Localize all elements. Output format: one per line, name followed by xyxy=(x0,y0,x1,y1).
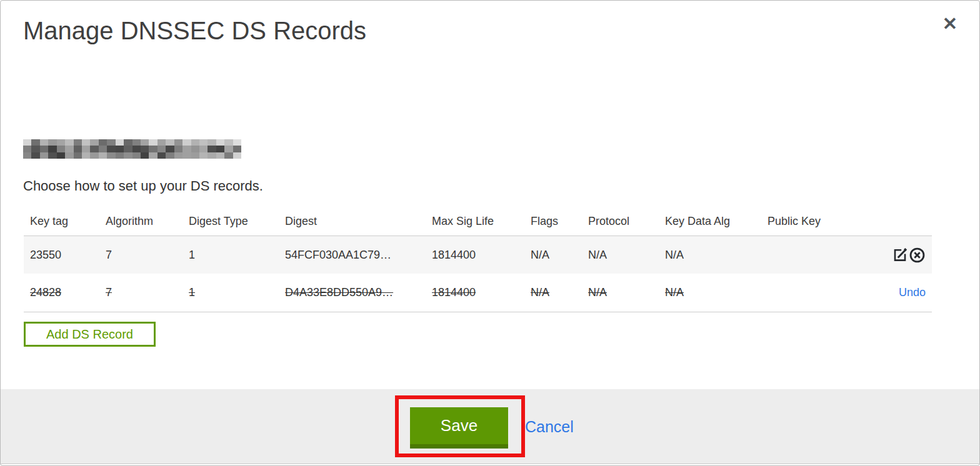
cell-digest-type: 1 xyxy=(182,286,279,299)
cell-max-sig-life: 1814400 xyxy=(426,249,524,262)
undo-link[interactable]: Undo xyxy=(899,286,926,299)
cancel-link[interactable]: Cancel xyxy=(525,418,574,436)
cell-flags: N/A xyxy=(524,286,582,299)
dnssec-modal: Manage DNSSEC DS Records ✕ Choose how to… xyxy=(0,0,980,466)
ds-records-table: Key tag Algorithm Digest Type Digest Max… xyxy=(24,207,932,312)
save-button[interactable]: Save xyxy=(410,407,508,449)
cell-key-tag: 23550 xyxy=(24,249,99,262)
close-icon[interactable]: ✕ xyxy=(939,12,961,36)
domain-name-redacted xyxy=(23,139,241,159)
table-row: 23550 7 1 54FCF030AA1C79… 1814400 N/A N/… xyxy=(24,236,932,274)
cell-key-data-alg: N/A xyxy=(659,249,761,262)
instruction-text: Choose how to set up your DS records. xyxy=(23,178,263,194)
cell-key-data-alg: N/A xyxy=(659,286,761,299)
remove-circle-icon[interactable] xyxy=(909,247,926,264)
column-header-protocol: Protocol xyxy=(582,215,659,228)
column-header-flags: Flags xyxy=(524,215,582,228)
cell-key-tag: 24828 xyxy=(24,286,99,299)
row-actions xyxy=(886,247,932,264)
row-actions: Undo xyxy=(886,286,932,299)
cell-digest: D4A33E8DD550A9… xyxy=(279,286,426,299)
table-row-deleted: 24828 7 1 D4A33E8DD550A9… 1814400 N/A N/… xyxy=(24,274,932,312)
edit-icon[interactable] xyxy=(892,247,908,264)
cell-flags: N/A xyxy=(524,249,582,262)
column-header-digest: Digest xyxy=(279,215,426,228)
column-header-digest-type: Digest Type xyxy=(182,215,279,228)
table-header-row: Key tag Algorithm Digest Type Digest Max… xyxy=(24,207,932,236)
cell-algorithm: 7 xyxy=(99,286,182,299)
column-header-max-sig-life: Max Sig Life xyxy=(426,215,524,228)
column-header-key-data-alg: Key Data Alg xyxy=(659,215,761,228)
cell-protocol: N/A xyxy=(582,286,659,299)
cell-algorithm: 7 xyxy=(99,249,182,262)
cell-max-sig-life: 1814400 xyxy=(426,286,524,299)
page-title: Manage DNSSEC DS Records xyxy=(23,17,366,45)
cell-digest: 54FCF030AA1C79… xyxy=(279,249,426,262)
cell-protocol: N/A xyxy=(582,249,659,262)
column-header-algorithm: Algorithm xyxy=(99,215,182,228)
add-ds-record-button[interactable]: Add DS Record xyxy=(24,322,156,347)
column-header-public-key: Public Key xyxy=(761,215,886,228)
column-header-key-tag: Key tag xyxy=(24,215,99,228)
cell-digest-type: 1 xyxy=(182,249,279,262)
